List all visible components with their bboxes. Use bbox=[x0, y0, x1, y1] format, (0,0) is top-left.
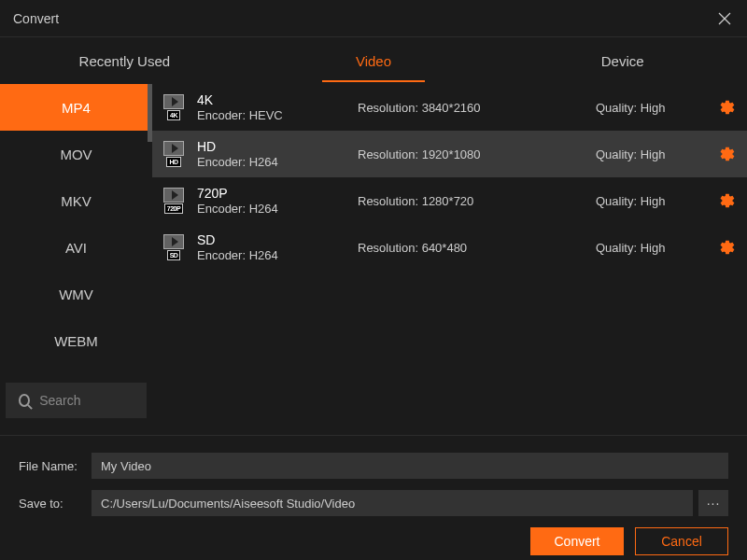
tab-device[interactable]: Device bbox=[498, 40, 747, 82]
format-name: SD bbox=[197, 231, 346, 248]
format-row-hd[interactable]: HD HD Encoder: H264 Resolution: 1920*108… bbox=[152, 131, 747, 177]
resolution-badge: SD bbox=[167, 250, 181, 260]
play-icon: HD bbox=[162, 140, 186, 168]
tab-video[interactable]: Video bbox=[249, 40, 499, 82]
format-quality: Quality: High bbox=[596, 194, 708, 208]
filename-field[interactable] bbox=[92, 453, 728, 479]
resolution-badge: 720P bbox=[164, 203, 183, 214]
sidebar: MP4 MOV MKV AVI WMV WEBM bbox=[0, 84, 152, 424]
format-name: 4K bbox=[197, 91, 346, 108]
search-icon bbox=[19, 394, 30, 407]
saveto-field[interactable] bbox=[92, 490, 693, 516]
saveto-label: Save to: bbox=[19, 497, 92, 511]
format-row-720p[interactable]: 720P 720P Encoder: H264 Resolution: 1280… bbox=[152, 177, 747, 224]
titlebar: Convert bbox=[0, 0, 747, 37]
resolution-badge: 4K bbox=[167, 110, 180, 120]
format-encoder: Encoder: HEVC bbox=[197, 108, 346, 123]
format-resolution: Resolution: 1920*1080 bbox=[358, 147, 585, 161]
format-resolution: Resolution: 1280*720 bbox=[358, 194, 585, 208]
browse-button[interactable]: ··· bbox=[698, 490, 728, 516]
format-encoder: Encoder: H264 bbox=[197, 202, 346, 217]
filename-label: File Name: bbox=[19, 459, 92, 473]
tabs: Recently Used Video Device bbox=[0, 37, 747, 84]
format-name: HD bbox=[197, 138, 346, 155]
close-icon[interactable] bbox=[715, 9, 734, 28]
cancel-button[interactable]: Cancel bbox=[635, 527, 728, 555]
format-list: 4K 4K Encoder: HEVC Resolution: 3840*216… bbox=[152, 84, 747, 424]
format-quality: Quality: High bbox=[596, 101, 708, 115]
sidebar-item-mkv[interactable]: MKV bbox=[0, 177, 152, 224]
window-title: Convert bbox=[13, 11, 59, 26]
sidebar-item-wmv[interactable]: WMV bbox=[0, 271, 152, 317]
format-encoder: Encoder: H264 bbox=[197, 155, 346, 170]
bottom-panel: File Name: Save to: ··· Convert Cancel bbox=[0, 435, 747, 560]
play-icon: 4K bbox=[162, 93, 186, 121]
search-input[interactable] bbox=[39, 393, 134, 408]
sidebar-scrollbar[interactable] bbox=[148, 84, 152, 142]
resolution-badge: HD bbox=[166, 157, 180, 167]
format-resolution: Resolution: 640*480 bbox=[358, 241, 585, 255]
sidebar-list: MP4 MOV MKV AVI WMV WEBM bbox=[0, 84, 152, 377]
sidebar-item-mp4[interactable]: MP4 bbox=[0, 84, 152, 131]
sidebar-item-avi[interactable]: AVI bbox=[0, 224, 152, 271]
format-quality: Quality: High bbox=[596, 147, 708, 161]
search-box[interactable] bbox=[6, 383, 147, 418]
sidebar-item-webm[interactable]: WEBM bbox=[0, 317, 152, 364]
format-name: 720P bbox=[197, 185, 346, 202]
play-icon: SD bbox=[162, 233, 186, 261]
format-quality: Quality: High bbox=[596, 241, 708, 255]
tab-recently-used[interactable]: Recently Used bbox=[0, 40, 249, 82]
gear-icon[interactable] bbox=[719, 99, 736, 116]
format-row-sd[interactable]: SD SD Encoder: H264 Resolution: 640*480 … bbox=[152, 224, 747, 271]
gear-icon[interactable] bbox=[719, 192, 736, 209]
main: MP4 MOV MKV AVI WMV WEBM 4K 4K Encoder: … bbox=[0, 84, 747, 424]
gear-icon[interactable] bbox=[719, 146, 736, 162]
gear-icon[interactable] bbox=[719, 239, 736, 256]
format-row-4k[interactable]: 4K 4K Encoder: HEVC Resolution: 3840*216… bbox=[152, 84, 747, 131]
format-encoder: Encoder: H264 bbox=[197, 248, 346, 263]
sidebar-item-mov[interactable]: MOV bbox=[0, 131, 152, 177]
format-resolution: Resolution: 3840*2160 bbox=[358, 101, 585, 115]
convert-button[interactable]: Convert bbox=[530, 527, 624, 555]
play-icon: 720P bbox=[162, 187, 186, 215]
